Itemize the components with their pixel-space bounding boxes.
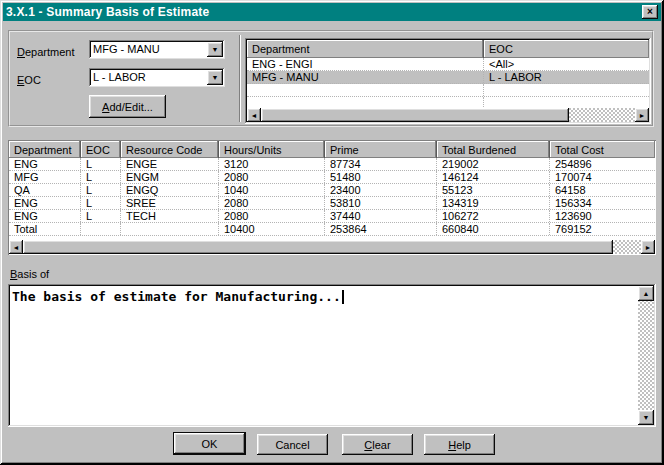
help-button[interactable]: Help bbox=[424, 434, 495, 455]
header-total-cost[interactable]: Total Cost bbox=[550, 141, 655, 158]
selection-list: Department EOC ENG - ENGI <All> MFG - MA… bbox=[245, 38, 651, 124]
table-row[interactable]: ENG L SREE 2080 53810 134319 156334 bbox=[9, 197, 655, 210]
department-combobox[interactable]: MFG - MANU ▼ bbox=[89, 40, 225, 59]
scroll-down-icon: ▼ bbox=[643, 414, 650, 421]
basis-text-line: The basis of estimate for Manufacturing.… bbox=[12, 287, 634, 305]
header-resource-code[interactable]: Resource Code bbox=[121, 141, 219, 158]
summary-table-body: ENG L ENGE 3120 87734 219002 254896 MFG … bbox=[9, 158, 655, 240]
add-edit-button[interactable]: Add/Edit... bbox=[89, 95, 166, 118]
selection-list-empty-row bbox=[247, 97, 649, 108]
header-department[interactable]: Department bbox=[9, 141, 81, 158]
selection-list-header: Department EOC bbox=[247, 40, 649, 58]
selection-list-header-eoc[interactable]: EOC bbox=[484, 40, 649, 58]
selection-list-row[interactable]: ENG - ENGI <All> bbox=[247, 58, 649, 71]
selection-cell-department: ENG - ENGI bbox=[247, 58, 484, 70]
clear-button-label: Clear bbox=[364, 439, 390, 451]
scroll-left-icon: ◄ bbox=[13, 244, 20, 251]
selection-cell-eoc: L - LABOR bbox=[484, 71, 649, 83]
eoc-label: EOC bbox=[17, 74, 41, 86]
hscrollbar-thumb[interactable] bbox=[23, 240, 613, 254]
summary-table-hscrollbar[interactable]: ◄ ► bbox=[9, 240, 655, 254]
header-total-burdened[interactable]: Total Burdened bbox=[437, 141, 550, 158]
scroll-left-button[interactable]: ◄ bbox=[247, 108, 261, 122]
header-eoc[interactable]: EOC bbox=[81, 141, 121, 158]
header-prime[interactable]: Prime bbox=[325, 141, 437, 158]
ok-button[interactable]: OK bbox=[173, 432, 246, 455]
basis-textarea[interactable]: The basis of estimate for Manufacturing.… bbox=[8, 284, 656, 427]
ok-button-label: OK bbox=[202, 438, 218, 450]
department-combobox-value: MFG - MANU bbox=[93, 43, 160, 55]
basis-vscrollbar[interactable]: ▲ ▼ bbox=[638, 286, 654, 425]
summary-table: Department EOC Resource Code Hours/Units… bbox=[8, 140, 656, 255]
chevron-down-icon: ▼ bbox=[212, 46, 219, 53]
scroll-left-icon: ◄ bbox=[251, 112, 258, 119]
basis-text: The basis of estimate for Manufacturing.… bbox=[12, 289, 341, 304]
selection-list-row-selected[interactable]: MFG - MANU L - LABOR bbox=[247, 71, 649, 84]
selection-list-empty-row bbox=[247, 84, 649, 97]
clear-button[interactable]: Clear bbox=[342, 434, 413, 455]
table-row[interactable]: ENG L ENGE 3120 87734 219002 254896 bbox=[9, 158, 655, 171]
scroll-right-icon: ► bbox=[645, 244, 652, 251]
eoc-combobox-value: L - LABOR bbox=[93, 71, 146, 83]
selection-list-hscrollbar[interactable]: ◄ ► bbox=[247, 108, 649, 122]
group-divider bbox=[239, 35, 241, 122]
chevron-down-icon: ▼ bbox=[212, 74, 219, 81]
selection-cell-department: MFG - MANU bbox=[247, 71, 484, 83]
filter-group: Department MFG - MANU ▼ EOC L - LABOR ▼ … bbox=[8, 30, 654, 127]
scroll-down-button[interactable]: ▼ bbox=[638, 410, 654, 425]
scroll-right-icon: ► bbox=[639, 112, 646, 119]
department-dropdown-button[interactable]: ▼ bbox=[207, 42, 223, 57]
department-label: Department bbox=[17, 46, 74, 58]
hscrollbar-thumb[interactable] bbox=[261, 108, 569, 122]
table-row-total[interactable]: Total 10400 253864 660840 769152 bbox=[9, 223, 655, 236]
header-hours-units[interactable]: Hours/Units bbox=[219, 141, 325, 158]
table-row[interactable]: MFG L ENGM 2080 51480 146124 170074 bbox=[9, 171, 655, 184]
text-caret bbox=[342, 290, 344, 304]
scroll-up-icon: ▲ bbox=[643, 290, 650, 297]
selection-cell-eoc: <All> bbox=[484, 58, 649, 70]
close-icon: × bbox=[647, 7, 653, 17]
eoc-dropdown-button[interactable]: ▼ bbox=[207, 70, 223, 85]
help-button-label: Help bbox=[448, 439, 471, 451]
table-row[interactable]: ENG L TECH 2080 37440 106272 123690 bbox=[9, 210, 655, 223]
scroll-right-button[interactable]: ► bbox=[641, 240, 655, 254]
close-button[interactable]: × bbox=[642, 5, 658, 19]
table-row[interactable]: QA L ENGQ 1040 23400 55123 64158 bbox=[9, 184, 655, 197]
scroll-up-button[interactable]: ▲ bbox=[638, 286, 654, 301]
title-bar[interactable]: 3.X.1 - Summary Basis of Estimate × bbox=[3, 3, 661, 21]
basis-of-label: Basis of bbox=[10, 268, 49, 280]
dialog-title: 3.X.1 - Summary Basis of Estimate bbox=[6, 5, 209, 19]
selection-list-body: ENG - ENGI <All> MFG - MANU L - LABOR bbox=[247, 58, 649, 108]
dialog-summary-basis-of-estimate: 3.X.1 - Summary Basis of Estimate × Depa… bbox=[0, 0, 664, 465]
add-edit-button-label: Add/Edit... bbox=[102, 101, 153, 113]
selection-list-header-department[interactable]: Department bbox=[247, 40, 484, 58]
summary-table-header: Department EOC Resource Code Hours/Units… bbox=[9, 141, 655, 158]
scroll-left-button[interactable]: ◄ bbox=[9, 240, 23, 254]
cancel-button-label: Cancel bbox=[275, 439, 309, 451]
cancel-button[interactable]: Cancel bbox=[257, 434, 328, 455]
eoc-combobox[interactable]: L - LABOR ▼ bbox=[89, 68, 225, 87]
scroll-right-button[interactable]: ► bbox=[635, 108, 649, 122]
